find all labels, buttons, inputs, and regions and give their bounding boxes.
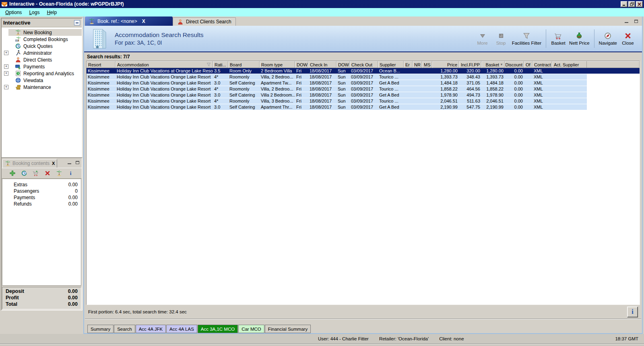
table-row[interactable]: KissimmeeHoliday Inn Club Vacations at O… <box>87 68 640 74</box>
table-row[interactable]: KissimmeeHoliday Inn Club Vacations Oran… <box>87 92 640 98</box>
col-header-dow[interactable]: DOW <box>295 61 308 68</box>
facilities-filter-button[interactable]: Facilities Filter <box>510 29 543 49</box>
sidebar-item-direct-clients[interactable]: +Direct Clients <box>2 56 82 63</box>
bottom-tab-financial-summary[interactable]: Financial Summary <box>265 325 311 333</box>
sidebar-item-quick-quotes[interactable]: +Quick Quotes <box>2 43 82 49</box>
cell-price: 1,484.18 <box>432 80 459 86</box>
col-header-of[interactable]: Of <box>524 61 533 68</box>
sidebar-item-administrator[interactable]: +Administrator <box>2 49 82 56</box>
booking-contents-close-icon[interactable]: X <box>52 161 55 166</box>
cell-room-type: Villa, 3 Bedroo... <box>260 98 295 104</box>
bottom-tab-acc-4a-las[interactable]: Acc 4A LAS <box>166 325 197 333</box>
main-panel-restore-button[interactable] <box>633 18 639 23</box>
sidebar-item-reporting-and-analytics[interactable]: +Reporting and Analytics <box>2 70 82 77</box>
window-restore-button[interactable] <box>628 1 635 7</box>
basket-button[interactable]: Basket <box>549 29 568 49</box>
info-button[interactable]: i <box>68 170 74 176</box>
expand-plus-icon[interactable]: + <box>4 64 8 69</box>
cell-check-in: 18/08/2017 <box>308 68 336 74</box>
sidebar-item-maintenance[interactable]: +Maintenance <box>2 84 82 91</box>
sidebar-item-viewdata[interactable]: +Viewdata <box>2 77 82 84</box>
col-header-price[interactable]: Price <box>432 61 459 68</box>
sidebar-item-body[interactable]: $Payments <box>8 63 82 70</box>
table-row[interactable]: KissimmeeHoliday Inn Club Vacations Oran… <box>87 98 640 104</box>
delete-button[interactable] <box>44 170 51 176</box>
close-button[interactable]: Close <box>619 29 637 49</box>
app-logo-icon <box>1 1 8 7</box>
add-button[interactable] <box>9 170 16 176</box>
col-header-resort[interactable]: Resort <box>87 61 116 68</box>
sidebar-item-body[interactable]: Completed Bookings <box>8 36 82 43</box>
quick-quote-button[interactable] <box>21 170 27 176</box>
col-header-check-out[interactable]: Check Out <box>350 61 378 68</box>
expand-plus-icon[interactable]: + <box>4 85 8 89</box>
tab-book-ref-none[interactable]: Book. ref.: <none>X <box>85 16 173 26</box>
tab-close-icon[interactable]: X <box>142 19 145 24</box>
booking-summary: Deposit0.00Profit0.00Total0.00 <box>2 287 81 309</box>
col-header-label: Check Out <box>351 62 372 67</box>
nett-price-button[interactable]: Nett Price <box>568 29 591 49</box>
sidebar-item-body[interactable]: Reporting and Analytics <box>8 70 82 77</box>
col-header-ms[interactable]: MS <box>422 61 432 68</box>
window-minimize-button[interactable] <box>621 1 627 7</box>
col-header-accommodation[interactable]: Accommodation <box>116 61 213 68</box>
sidebar-item-body[interactable]: Direct Clients <box>8 56 82 63</box>
expand-plus-icon[interactable]: + <box>4 51 8 55</box>
menu-logs[interactable]: Logs <box>25 9 43 16</box>
menu-options[interactable]: Options <box>2 9 25 16</box>
results-table: ResortAccommodationRati...BoardRoom type… <box>86 61 640 305</box>
bottom-tab-acc-3a-1c-mco[interactable]: Acc 3A,1C MCO <box>198 325 238 333</box>
document-tab-bar: Book. ref.: <none>XDirect Clients Search <box>84 16 642 26</box>
col-header-dow[interactable]: DOW <box>336 61 350 68</box>
bottom-tab-search[interactable]: Search <box>114 325 135 333</box>
search-timing-label: First portion: 6.4 sec, total search tim… <box>88 309 187 314</box>
bottom-tab-summary[interactable]: Summary <box>87 325 114 333</box>
col-header-room-type[interactable]: Room type <box>260 61 295 68</box>
col-header-incl-fl-pp[interactable]: Incl.Fl.PP <box>459 61 481 68</box>
col-header-er[interactable]: Er <box>404 61 413 68</box>
sidebar-item-body[interactable]: Maintenance <box>8 84 82 91</box>
booking-panel-minimize-button[interactable] <box>66 159 72 164</box>
bottom-tab-car-mco[interactable]: Car MCO <box>238 325 264 333</box>
holiday-button[interactable] <box>56 170 62 176</box>
col-header-contract[interactable]: Contract <box>533 61 552 68</box>
col-header-label: Discount <box>505 62 522 67</box>
col-header-check-in[interactable]: Check In <box>308 61 336 68</box>
sidebar-item-new-booking[interactable]: +New Booking <box>2 29 82 36</box>
col-header-nr[interactable]: NR <box>413 61 422 68</box>
sidebar-item-body[interactable]: Viewdata <box>8 77 82 84</box>
cell-price: 2,190.99 <box>432 104 459 110</box>
tab-direct-clients-search[interactable]: Direct Clients Search <box>173 17 236 26</box>
booking-panel-restore-button[interactable] <box>74 159 80 164</box>
col-header-discount[interactable]: Discount <box>505 61 524 68</box>
col-header-basket[interactable]: Basket▼ <box>481 61 505 68</box>
table-row[interactable]: KissimmeeHoliday Inn Club Vacations Oran… <box>87 86 640 92</box>
info-button[interactable]: i <box>627 307 638 317</box>
cell-board: Self Catering <box>228 104 260 110</box>
cell-incl-fl-pp: 511.63 <box>459 98 481 104</box>
add-to-basket-button[interactable] <box>33 170 39 176</box>
table-row[interactable]: KissimmeeHoliday Inn Club Vacations Oran… <box>87 80 640 86</box>
sidebar-item-body[interactable]: Quick Quotes <box>8 43 82 49</box>
sidebar-item-body[interactable]: New Booking <box>8 29 82 36</box>
bottom-tab-acc-4a-jfk[interactable]: Acc 4A JFK <box>136 325 166 333</box>
expand-plus-icon[interactable]: + <box>4 71 8 76</box>
navigate-button[interactable]: Navigate <box>597 29 619 49</box>
table-row[interactable]: KissimmeeHoliday Inn Club Vacations Oran… <box>87 104 640 110</box>
col-header-rati[interactable]: Rati... <box>213 61 228 68</box>
booking-contents-tab[interactable]: Booking contents X <box>2 159 57 168</box>
cell-basket: 2,046.51 <box>481 98 505 104</box>
booking-row-label: Extras <box>14 182 27 187</box>
cell-rati: 4* <box>213 74 228 80</box>
col-header-board[interactable]: Board <box>228 61 260 68</box>
col-header-supplier[interactable]: Supplier <box>378 61 404 68</box>
col-header-act-supplier[interactable]: Act. Supplier <box>552 61 587 68</box>
sidebar-item-payments[interactable]: +$Payments <box>2 63 82 70</box>
menu-help[interactable]: Help <box>43 9 60 16</box>
sidebar-item-body[interactable]: Administrator <box>8 49 82 56</box>
window-close-button[interactable] <box>636 1 643 7</box>
sidebar-collapse-button[interactable] <box>74 20 80 25</box>
table-row[interactable]: KissimmeeHoliday Inn Club Vacations Oran… <box>87 74 640 80</box>
sidebar-item-completed-bookings[interactable]: +Completed Bookings <box>2 36 82 43</box>
main-panel-minimize-button[interactable] <box>623 18 629 23</box>
